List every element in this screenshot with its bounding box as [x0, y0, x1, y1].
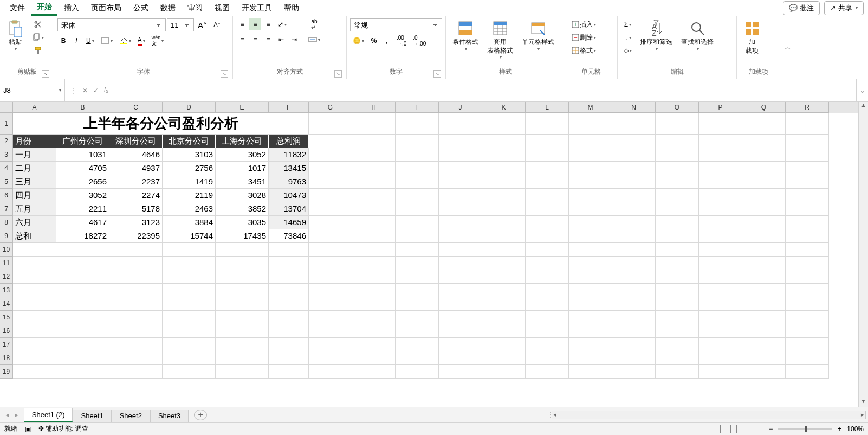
cell[interactable]: 3852	[216, 202, 269, 216]
cell[interactable]	[396, 113, 439, 135]
cell[interactable]	[612, 189, 656, 202]
expand-formula-bar-button[interactable]: ⌄	[856, 79, 868, 101]
cell[interactable]: 三月	[13, 175, 56, 189]
cell[interactable]	[656, 297, 699, 311]
fx-button[interactable]: fx	[104, 86, 108, 94]
cell[interactable]	[13, 338, 56, 351]
cell[interactable]: 10473	[269, 189, 309, 202]
cell[interactable]	[352, 229, 396, 243]
cell[interactable]: 3052	[56, 189, 109, 202]
menu-tab-帮助[interactable]: 帮助	[278, 1, 305, 15]
cell[interactable]	[742, 216, 786, 229]
cell[interactable]	[569, 162, 612, 175]
cell[interactable]: 11832	[269, 148, 309, 162]
cell[interactable]	[396, 338, 439, 351]
cell[interactable]	[56, 270, 109, 284]
cell-styles-button[interactable]: 单元格样式▾	[519, 18, 558, 53]
cell[interactable]	[396, 270, 439, 284]
align-bottom-button[interactable]: ≡	[262, 18, 274, 30]
zoom-in-button[interactable]: +	[838, 425, 841, 433]
row-header[interactable]: 6	[0, 189, 13, 202]
cell[interactable]	[439, 135, 482, 148]
increase-decimal-button[interactable]: .00→.0	[394, 35, 409, 47]
menu-tab-插入[interactable]: 插入	[59, 1, 85, 15]
cell[interactable]	[309, 243, 352, 257]
cell[interactable]	[699, 257, 742, 270]
cell[interactable]	[699, 162, 742, 175]
cell[interactable]	[109, 284, 163, 297]
cell[interactable]	[109, 338, 163, 351]
cell[interactable]	[109, 365, 163, 379]
cell[interactable]	[109, 297, 163, 311]
cell[interactable]	[309, 338, 352, 351]
cell[interactable]	[396, 257, 439, 270]
cell[interactable]	[656, 311, 699, 324]
cell[interactable]: 一月	[13, 148, 56, 162]
column-header[interactable]: Q	[742, 102, 786, 113]
cell[interactable]	[786, 284, 829, 297]
cell[interactable]	[786, 229, 829, 243]
phonetic-button[interactable]: wén文▾	[149, 35, 167, 47]
cell[interactable]	[786, 297, 829, 311]
column-header[interactable]: R	[786, 102, 829, 113]
cell[interactable]: 北京分公司	[163, 135, 216, 148]
conditional-format-button[interactable]: 条件格式▾	[449, 18, 482, 53]
cell[interactable]	[786, 148, 829, 162]
cell[interactable]: 13704	[269, 202, 309, 216]
cell[interactable]	[742, 229, 786, 243]
cell[interactable]	[742, 175, 786, 189]
cell[interactable]	[109, 351, 163, 365]
cell[interactable]: 4705	[56, 162, 109, 175]
paste-button[interactable]: 粘贴▾	[3, 18, 27, 53]
cell[interactable]	[439, 243, 482, 257]
cell[interactable]	[482, 216, 526, 229]
row-header[interactable]: 16	[0, 324, 13, 338]
percent-button[interactable]: %	[368, 35, 380, 47]
cell[interactable]	[656, 216, 699, 229]
cell[interactable]: 13415	[269, 162, 309, 175]
vertical-scrollbar[interactable]: ▲▼	[858, 102, 868, 407]
cell[interactable]: 14659	[269, 216, 309, 229]
enter-formula-button[interactable]: ✓	[93, 87, 99, 94]
cell[interactable]	[352, 297, 396, 311]
cell[interactable]	[482, 135, 526, 148]
collapse-ribbon-button[interactable]: ︿	[780, 43, 795, 52]
cell[interactable]	[13, 324, 56, 338]
cell[interactable]	[526, 365, 569, 379]
cell[interactable]	[352, 351, 396, 365]
cell[interactable]	[13, 351, 56, 365]
zoom-slider[interactable]	[778, 428, 832, 430]
bold-button[interactable]: B	[57, 35, 69, 47]
cell[interactable]	[439, 324, 482, 338]
cell[interactable]	[269, 257, 309, 270]
cell[interactable]: 9763	[269, 175, 309, 189]
row-header[interactable]: 17	[0, 338, 13, 351]
cell[interactable]	[526, 243, 569, 257]
cell[interactable]	[656, 338, 699, 351]
cell[interactable]	[656, 135, 699, 148]
row-header[interactable]: 5	[0, 175, 13, 189]
cell[interactable]	[56, 351, 109, 365]
comma-button[interactable]: ,	[381, 35, 393, 47]
cell[interactable]	[699, 311, 742, 324]
cell[interactable]	[352, 202, 396, 216]
menu-tab-页面布局[interactable]: 页面布局	[86, 1, 127, 15]
cell[interactable]	[569, 351, 612, 365]
sheet-tab[interactable]: Sheet1	[73, 410, 111, 422]
format-as-table-button[interactable]: 套用 表格格式▾	[484, 18, 516, 62]
cell[interactable]: 3123	[109, 216, 163, 229]
cell[interactable]: 3451	[216, 175, 269, 189]
cell[interactable]	[612, 338, 656, 351]
row-header[interactable]: 8	[0, 216, 13, 229]
accounting-format-button[interactable]: 🪙▾	[350, 35, 367, 47]
cell[interactable]	[612, 351, 656, 365]
cell[interactable]	[482, 338, 526, 351]
cell[interactable]: 3035	[216, 216, 269, 229]
cell[interactable]: 2656	[56, 175, 109, 189]
cell[interactable]	[786, 189, 829, 202]
row-header[interactable]: 3	[0, 148, 13, 162]
clipboard-launcher[interactable]: ↘	[42, 70, 49, 78]
cell[interactable]	[482, 297, 526, 311]
cell[interactable]	[569, 148, 612, 162]
cell[interactable]	[786, 351, 829, 365]
